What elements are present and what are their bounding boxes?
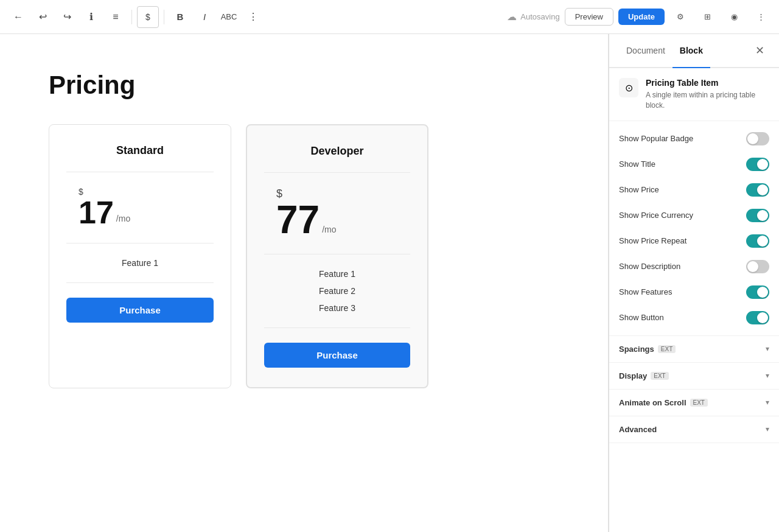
collapsible-sections: Spacings EXT ▾ Display EXT ▾ Animate on … [609,336,779,443]
sliders-button[interactable]: ⊞ [696,6,718,28]
toggle-row: Show Title [609,152,779,177]
card-title-developer: Developer [264,145,410,173]
toggle-row: Show Button [609,305,779,331]
toolbar-right: ☁ Autosaving Preview Update ⚙ ⊞ ◉ ⋮ [507,6,772,28]
feature-item: Feature 3 [319,303,355,313]
list-icon: ≡ [113,12,118,23]
card-title-standard: Standard [66,144,214,172]
page-title: Pricing [49,71,559,100]
toggle-7[interactable] [746,311,769,324]
toolbar-menu-icon: ⋮ [757,12,765,21]
chevron-down-icon: ▾ [766,425,769,433]
redo-button[interactable]: ↪ [56,6,78,28]
features-section-developer: Feature 1 Feature 2 Feature 3 [264,254,410,328]
canvas: Pricing Standard $ 17 /mo Feature 1 [0,34,609,532]
list-button[interactable]: ≡ [105,6,127,28]
panel-tabs: Document Block ✕ [609,34,779,68]
right-panel: Document Block ✕ ⊙ Pricing Table Item A … [609,34,779,532]
block-description: A single item within a pricing table blo… [646,90,769,111]
price-repeat-developer: /mo [322,225,336,234]
toggle-row: Show Price Currency [609,203,779,228]
toggle-row: Show Popular Badge [609,126,779,152]
toggle-6[interactable] [746,285,769,299]
toggle-5[interactable] [746,260,769,273]
block-info: ⊙ Pricing Table Item A single item withi… [609,68,779,121]
price-row-developer: 77 /mo [276,200,337,239]
toggle-label-4: Show Price Repeat [619,236,686,245]
toggle-row: Show Features [609,279,779,305]
block-icon: ⊙ [619,78,638,97]
ext-badge: EXT [651,372,668,380]
ext-badge: EXT [690,399,708,407]
palette-button[interactable]: ◉ [723,6,745,28]
bold-icon: B [177,12,184,22]
price-row-standard: 17 /mo [79,197,130,228]
dollar-button[interactable]: $ [137,6,159,28]
cloud-icon: ☁ [507,11,517,23]
more-icon: ⋮ [248,11,258,23]
section-title-1: Display EXT [619,371,669,380]
purchase-button-standard[interactable]: Purchase [66,298,214,323]
price-section-developer: $ 77 /mo [264,173,410,254]
tab-document[interactable]: Document [619,34,672,67]
toggle-label-6: Show Features [619,287,672,296]
sliders-icon: ⊞ [704,12,711,21]
purchase-button-developer[interactable]: Purchase [264,343,410,368]
block-info-text: Pricing Table Item A single item within … [646,78,769,111]
toggle-rows: Show Popular Badge Show Title Show Price… [609,121,779,336]
section-title-2: Animate on Scroll EXT [619,398,708,407]
dollar-icon: $ [145,12,150,22]
chevron-down-icon: ▾ [766,345,769,353]
toggle-row: Show Price Repeat [609,228,779,254]
features-section-standard: Feature 1 [66,243,214,283]
collapsible-header-3[interactable]: Advanced ▾ [609,416,779,443]
section-title-0: Spacings EXT [619,345,676,354]
toggle-label-5: Show Description [619,262,680,271]
preview-button[interactable]: Preview [565,8,613,26]
settings-icon: ⚙ [677,12,684,21]
italic-icon: I [203,12,206,22]
strikethrough-button[interactable]: ABC [218,6,240,28]
toggle-row: Show Price [609,177,779,203]
collapsible-section: Advanced ▾ [609,416,779,443]
chevron-down-icon: ▾ [766,398,769,407]
feature-item: Feature 1 [122,258,158,268]
toggle-label-0: Show Popular Badge [619,134,693,143]
divider-2 [164,10,164,24]
more-button[interactable]: ⋮ [242,6,264,28]
collapsible-section: Animate on Scroll EXT ▾ [609,390,779,416]
collapsible-header-0[interactable]: Spacings EXT ▾ [609,336,779,362]
update-button[interactable]: Update [618,9,665,25]
undo-icon: ↩ [39,11,47,23]
section-title-3: Advanced [619,425,657,434]
autosaving-label: ☁ Autosaving [507,11,559,23]
pricing-table-icon: ⊙ [625,82,633,94]
toggle-label-3: Show Price Currency [619,211,693,220]
panel-close-button[interactable]: ✕ [750,34,769,67]
toggle-2[interactable] [746,183,769,197]
collapsible-header-1[interactable]: Display EXT ▾ [609,363,779,389]
pricing-card-standard: Standard $ 17 /mo Feature 1 Purchase [49,124,231,388]
toggle-label-2: Show Price [619,185,659,194]
italic-button[interactable]: I [194,6,215,28]
toolbar-menu-button[interactable]: ⋮ [750,6,772,28]
toggle-4[interactable] [746,234,769,248]
bold-button[interactable]: B [169,6,191,28]
redo-icon: ↪ [63,11,71,23]
back-button[interactable]: ← [7,6,29,28]
toggle-3[interactable] [746,209,769,222]
collapsible-section: Display EXT ▾ [609,363,779,390]
info-button[interactable]: ℹ [80,6,102,28]
price-repeat-standard: /mo [116,214,130,223]
undo-button[interactable]: ↩ [32,6,54,28]
settings-button[interactable]: ⚙ [669,6,691,28]
tab-block[interactable]: Block [672,34,710,67]
price-number-developer: 77 [276,200,320,239]
toggle-0[interactable] [746,132,769,145]
collapsible-header-2[interactable]: Animate on Scroll EXT ▾ [609,390,779,416]
toggle-1[interactable] [746,158,769,171]
divider-1 [131,10,132,24]
back-icon: ← [13,12,23,23]
toggle-label-7: Show Button [619,313,664,322]
ext-badge: EXT [658,345,676,353]
